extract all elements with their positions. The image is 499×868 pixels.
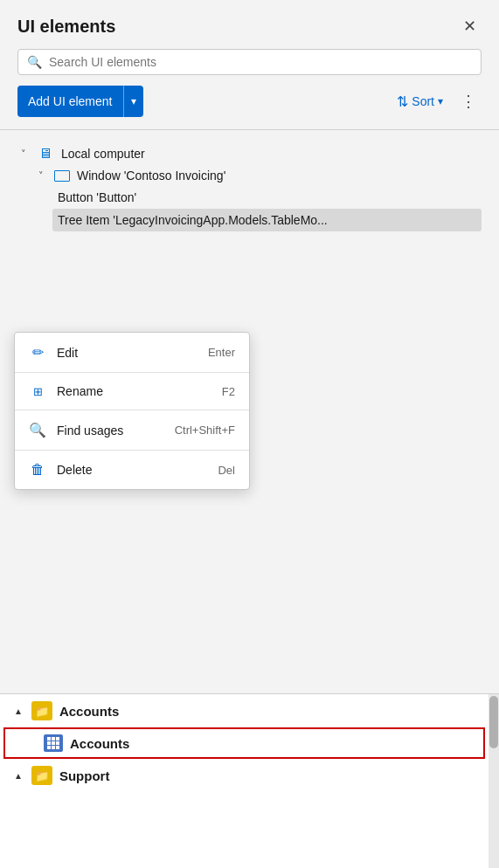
accounts-child-row[interactable]: Accounts [3,727,485,759]
button-label: Button 'Button' [58,190,136,204]
scrollbar[interactable] [489,694,499,868]
accounts-triangle-icon: ▲ [14,706,23,716]
bottom-tree: ▲ 📁 Accounts Accounts ▲ 📁 S [0,694,489,792]
tree-level2: Button 'Button' Tree Item 'LegacyInvoici… [52,186,482,231]
rename-shortcut: F2 [222,385,235,398]
support-triangle-icon: ▲ [14,771,23,781]
delete-shortcut: Del [218,464,235,477]
sort-chevron-icon: ▾ [438,95,443,107]
add-ui-element-button[interactable]: Add UI element ▾ [17,86,143,117]
search-icon: 🔍 [27,55,42,69]
add-button-arrow[interactable]: ▾ [124,86,143,117]
sort-label: Sort [412,94,434,108]
root-chevron-icon: ˅ [17,148,30,160]
tree-item-selected[interactable]: Tree Item 'LegacyInvoicingApp.Models.Tab… [52,209,482,231]
search-box: 🔍 [17,49,482,75]
rename-label: Rename [57,384,103,398]
rename-left: ⊞ Rename [29,384,103,398]
tree-section: ˅ 🖥 Local computer ˅ Window 'Contoso Inv… [0,130,499,231]
local-computer-icon: 🖥 [37,146,54,162]
ui-elements-panel: UI elements ✕ 🔍 Add UI element ▾ ⇅ Sort … [0,0,499,868]
edit-icon: ✏ [29,344,46,361]
menu-item-edit[interactable]: ✏ Edit Enter [15,336,249,369]
edit-shortcut: Enter [208,346,235,359]
sort-icon: ⇅ [397,93,408,110]
edit-label: Edit [57,346,78,360]
accounts-parent-label: Accounts [59,704,119,719]
edit-left: ✏ Edit [29,344,78,361]
find-usages-label: Find usages [57,424,123,437]
support-folder-icon: 📁 [31,766,52,785]
toolbar: Add UI element ▾ ⇅ Sort ▾ ⋮ [0,86,499,129]
accounts-parent-item[interactable]: ▲ 📁 Accounts [0,694,489,727]
table-grid-icon [47,737,59,749]
menu-item-find-usages[interactable]: 🔍 Find usages Ctrl+Shift+F [15,414,249,446]
rename-icon: ⊞ [29,385,46,398]
context-menu: ✏ Edit Enter ⊞ Rename F2 🔍 Find usages C… [14,332,250,490]
bottom-section: ▲ 📁 Accounts Accounts ▲ 📁 S [0,693,499,868]
add-button-label: Add UI element [17,86,124,117]
menu-divider-2 [15,410,249,410]
scrollbar-thumb[interactable] [489,696,498,748]
accounts-folder-icon: 📁 [31,701,52,720]
support-parent-item[interactable]: ▲ 📁 Support [0,759,489,792]
close-button[interactable]: ✕ [457,14,482,38]
accounts-table-icon [44,734,63,752]
find-usages-icon: 🔍 [29,422,46,438]
window-icon [54,170,70,182]
button-item[interactable]: Button 'Button' [52,186,482,209]
delete-label: Delete [57,463,92,477]
treeitem-label: Tree Item 'LegacyInvoicingApp.Models.Tab… [58,213,328,227]
find-left: 🔍 Find usages [29,422,123,438]
menu-item-delete[interactable]: 🗑 Delete Del [15,454,249,486]
tree-root-item[interactable]: ˅ 🖥 Local computer [17,142,482,165]
window-chevron-icon: ˅ [35,170,47,182]
root-label: Local computer [61,147,145,161]
tree-level1: ˅ Window 'Contoso Invoicing' Button 'But… [35,165,482,231]
menu-divider-3 [15,450,249,451]
menu-divider-1 [15,372,249,373]
window-label: Window 'Contoso Invoicing' [77,169,225,183]
panel-header: UI elements ✕ [0,0,499,49]
find-usages-shortcut: Ctrl+Shift+F [175,424,235,437]
panel-title: UI elements [17,17,115,37]
toolbar-right: ⇅ Sort ▾ ⋮ [392,88,482,114]
sort-button[interactable]: ⇅ Sort ▾ [392,90,448,114]
delete-icon: 🗑 [29,462,46,478]
search-input[interactable] [49,55,472,69]
search-container: 🔍 [0,49,499,86]
delete-left: 🗑 Delete [29,462,92,478]
window-item[interactable]: ˅ Window 'Contoso Invoicing' [35,165,482,186]
more-options-button[interactable]: ⋮ [455,88,482,114]
menu-item-rename[interactable]: ⊞ Rename F2 [15,376,249,406]
accounts-child-label: Accounts [70,736,129,751]
support-label: Support [59,768,110,783]
